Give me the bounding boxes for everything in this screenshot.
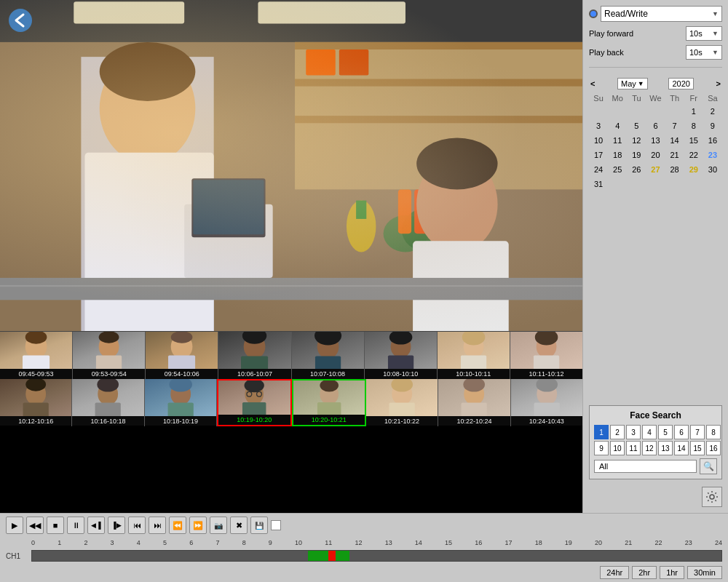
calendar-day[interactable]: 18 xyxy=(608,148,627,162)
calendar-day[interactable]: 4 xyxy=(608,119,627,133)
face-num-1[interactable]: 1 xyxy=(594,425,609,439)
calendar-day[interactable]: 3 xyxy=(589,119,608,133)
face-num-3[interactable]: 3 xyxy=(626,425,641,439)
snapshot-button[interactable]: 📷 xyxy=(210,517,227,534)
thumbnail-9[interactable]: 10:12-10:16 xyxy=(0,379,72,426)
face-num-6[interactable]: 6 xyxy=(674,425,689,439)
thumbnail-14[interactable]: 10:21-10:22 xyxy=(366,379,438,426)
calendar-day[interactable]: 14 xyxy=(665,133,684,148)
calendar-day[interactable]: 6 xyxy=(646,119,665,133)
thumbnail-15[interactable]: 10:22-10:24 xyxy=(438,379,510,426)
view-2hr[interactable]: 2hr xyxy=(632,566,657,579)
thumbnail-12[interactable]: 10:19-10:20 xyxy=(217,379,291,426)
back-button[interactable] xyxy=(7,7,33,33)
calendar-day[interactable]: 25 xyxy=(608,162,627,177)
calendar-day[interactable]: 22 xyxy=(684,148,703,162)
rewind-button[interactable]: ◀◀ xyxy=(26,517,44,534)
calendar-day[interactable]: 12 xyxy=(627,133,646,148)
calendar-day[interactable]: 28 xyxy=(665,162,684,177)
face-num-13[interactable]: 13 xyxy=(658,441,673,455)
thumbnail-1[interactable]: 09:45-09:53 xyxy=(0,332,73,379)
calendar-day[interactable]: 20 xyxy=(646,148,665,162)
calendar-day[interactable]: 7 xyxy=(665,119,684,133)
settings-button[interactable] xyxy=(702,487,722,507)
face-num-5[interactable]: 5 xyxy=(658,425,673,439)
play-back-dropdown[interactable]: 10s ▼ xyxy=(686,45,722,60)
delete-button[interactable]: ✖ xyxy=(230,517,248,534)
face-num-15[interactable]: 15 xyxy=(690,441,705,455)
step-back-button[interactable]: ◀▐ xyxy=(87,517,105,534)
cal-header-tu: Tu xyxy=(627,92,646,104)
calendar-day[interactable]: 19 xyxy=(627,148,646,162)
thumbnail-6[interactable]: 10:08-10:10 xyxy=(365,332,438,379)
save-button[interactable]: 💾 xyxy=(250,517,268,534)
thumbnail-13[interactable]: 10:20-10:21 xyxy=(292,379,366,426)
calendar-day[interactable]: 9 xyxy=(703,119,722,133)
calendar-day[interactable]: 8 xyxy=(684,119,703,133)
thumbnail-16[interactable]: 10:24-10:43 xyxy=(511,379,582,426)
face-num-7[interactable]: 7 xyxy=(690,425,705,439)
thumbnail-5[interactable]: 10:07-10:08 xyxy=(292,332,365,379)
calendar-day[interactable]: 17 xyxy=(589,148,608,162)
thumbnail-3[interactable]: 09:54-10:06 xyxy=(146,332,218,379)
face-num-10[interactable]: 10 xyxy=(610,441,625,455)
calendar-day[interactable]: 27 xyxy=(646,162,665,177)
thumb-time-16: 10:24-10:43 xyxy=(511,416,582,426)
time-mark-15: 15 xyxy=(445,539,452,546)
calendar-day[interactable]: 23 xyxy=(703,148,722,162)
calendar-day[interactable]: 13 xyxy=(646,133,665,148)
stop-button[interactable]: ■ xyxy=(47,517,64,534)
fast-fwd-button[interactable]: ⏩ xyxy=(189,517,207,534)
thumbnail-4[interactable]: 10:06-10:07 xyxy=(218,332,291,379)
view-1hr[interactable]: 1hr xyxy=(660,566,684,579)
thumbnail-11[interactable]: 10:18-10:19 xyxy=(145,379,217,426)
calendar-day[interactable]: 31 xyxy=(589,177,608,191)
calendar-day[interactable]: 1 xyxy=(684,104,703,119)
mode-dropdown[interactable]: Read/Write ▼ xyxy=(601,6,722,22)
face-num-4[interactable]: 4 xyxy=(642,425,657,439)
calendar-day[interactable]: 15 xyxy=(684,133,703,148)
calendar-day[interactable]: 29 xyxy=(684,162,703,177)
face-all-button[interactable]: All xyxy=(594,460,697,473)
calendar-day[interactable]: 26 xyxy=(627,162,646,177)
step-fwd-button[interactable]: ▐▶ xyxy=(108,517,125,534)
calendar-year-dropdown[interactable]: 2020 xyxy=(668,78,693,89)
calendar-day[interactable]: 21 xyxy=(665,148,684,162)
view-24hr[interactable]: 24hr xyxy=(600,566,629,579)
calendar-day[interactable]: 2 xyxy=(703,104,722,119)
skip-start-button[interactable]: ⏮ xyxy=(128,517,146,534)
thumbnail-8[interactable]: 10:11-10:12 xyxy=(510,332,582,379)
calendar-next[interactable]: > xyxy=(715,79,722,88)
calendar-prev[interactable]: < xyxy=(589,79,596,88)
mode-radio[interactable] xyxy=(589,9,598,18)
face-num-12[interactable]: 12 xyxy=(642,441,657,455)
view-30min[interactable]: 30min xyxy=(687,566,722,579)
calendar-day[interactable]: 30 xyxy=(703,162,722,177)
calendar-month-dropdown[interactable]: May ▼ xyxy=(617,78,648,89)
calendar-day[interactable]: 16 xyxy=(703,133,722,148)
record-indicator[interactable] xyxy=(271,520,281,530)
face-num-14[interactable]: 14 xyxy=(674,441,689,455)
calendar-day[interactable]: 11 xyxy=(608,133,627,148)
video-panel: 09:45-09:53 09:53-09:54 xyxy=(0,0,582,513)
timeline-bar[interactable] xyxy=(31,550,722,562)
face-num-8[interactable]: 8 xyxy=(706,425,721,439)
face-num-2[interactable]: 2 xyxy=(610,425,625,439)
face-search-button[interactable]: 🔍 xyxy=(700,458,717,474)
calendar-day[interactable]: 24 xyxy=(589,162,608,177)
calendar-day[interactable]: 5 xyxy=(627,119,646,133)
thumbnail-2[interactable]: 09:53-09:54 xyxy=(73,332,146,379)
pause-button[interactable]: ⏸ xyxy=(67,517,84,534)
face-num-16[interactable]: 16 xyxy=(706,441,721,455)
skip-end-button[interactable]: ⏭ xyxy=(149,517,166,534)
thumbnail-7[interactable]: 10:10-10:11 xyxy=(438,332,510,379)
play-button[interactable]: ▶ xyxy=(6,517,23,534)
time-ruler-inner: 0123456789101112131415161718192021222324 xyxy=(31,539,722,546)
face-num-11[interactable]: 11 xyxy=(626,441,641,455)
slow-back-button[interactable]: ⏪ xyxy=(169,517,186,534)
play-forward-dropdown[interactable]: 10s ▼ xyxy=(686,26,722,41)
video-frame xyxy=(0,0,582,331)
calendar-day[interactable]: 10 xyxy=(589,133,608,148)
thumbnail-10[interactable]: 10:16-10:18 xyxy=(72,379,144,426)
face-num-9[interactable]: 9 xyxy=(594,441,609,455)
